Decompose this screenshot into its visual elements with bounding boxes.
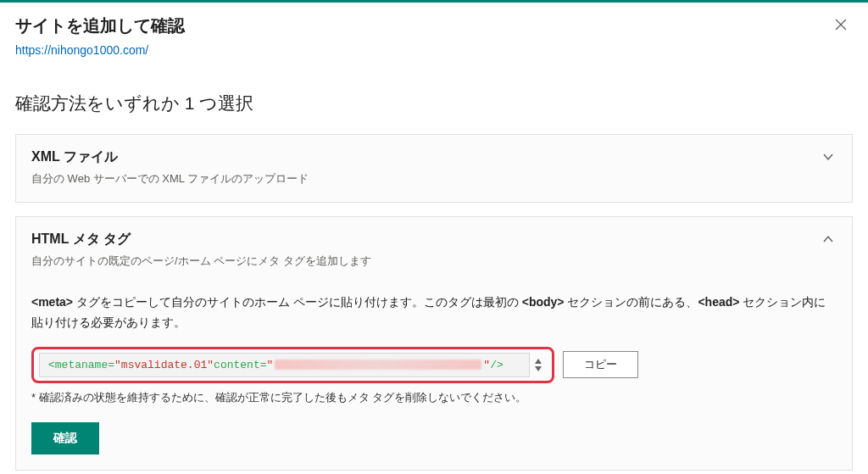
panel-xml-heading: XML ファイル 自分の Web サーバーでの XML ファイルのアップロード xyxy=(31,148,309,187)
panel-html-meta-tag: HTML メタ タグ 自分のサイトの既定のページ/ホーム ページにメタ タグを追… xyxy=(15,216,853,471)
panel-xml-subtitle: 自分の Web サーバーでの XML ファイルのアップロード xyxy=(31,171,309,187)
code-name-attr: name xyxy=(81,359,108,371)
code-content-quote-close: " xyxy=(483,359,490,371)
panel-meta-header[interactable]: HTML メタ タグ 自分のサイトの既定のページ/ホーム ページにメタ タグを追… xyxy=(31,231,837,269)
spinner-up-button[interactable] xyxy=(533,357,543,365)
code-content-quote-open: " xyxy=(267,359,274,371)
chevron-down-icon xyxy=(820,148,837,165)
panel-meta-body: <meta> タグをコピーして自分のサイトのホーム ページに貼り付けます。このタ… xyxy=(31,293,837,454)
dialog-content: 確認方法をいずれか 1 つ選択 XML ファイル 自分の Web サーバーでの … xyxy=(0,66,868,471)
panel-meta-title: HTML メタ タグ xyxy=(31,231,371,248)
desc-meta-tag: <meta> xyxy=(31,295,73,309)
dialog-title: サイトを追加して確認 xyxy=(15,14,829,37)
code-tag-close: /> xyxy=(490,359,504,371)
copy-button[interactable]: コピー xyxy=(563,351,638,378)
panel-xml-file: XML ファイル 自分の Web サーバーでの XML ファイルのアップロード xyxy=(15,134,853,203)
panel-xml-title: XML ファイル xyxy=(31,148,309,166)
code-name-val: "msvalidate.01" xyxy=(114,359,214,371)
desc-text-2: セクションの前にある、 xyxy=(565,295,698,309)
code-spinner xyxy=(533,357,543,372)
code-eq2: = xyxy=(260,359,267,371)
svg-marker-3 xyxy=(535,366,542,371)
site-url-link[interactable]: https://nihongo1000.com/ xyxy=(15,43,148,57)
meta-code-row: <meta name="msvalidate.01" content="" />… xyxy=(31,347,837,383)
code-content-attr: content xyxy=(214,359,260,371)
section-title: 確認方法をいずれか 1 つ選択 xyxy=(15,92,853,115)
panel-meta-subtitle: 自分のサイトの既定のページ/ホーム ページにメタ タグを追加します xyxy=(31,254,371,269)
close-button[interactable] xyxy=(829,14,853,38)
dialog-header: サイトを追加して確認 https://nihongo1000.com/ xyxy=(0,3,868,66)
confirm-button[interactable]: 確認 xyxy=(31,422,99,454)
meta-footnote: * 確認済みの状態を維持するために、確認が正常に完了した後もメタ タグを削除しな… xyxy=(31,390,837,405)
close-icon xyxy=(834,18,848,35)
panel-xml-header[interactable]: XML ファイル 自分の Web サーバーでの XML ファイルのアップロード xyxy=(31,148,837,187)
spinner-down-button[interactable] xyxy=(533,365,543,372)
panel-meta-heading: HTML メタ タグ 自分のサイトの既定のページ/ホーム ページにメタ タグを追… xyxy=(31,231,371,269)
desc-head-tag: <head> xyxy=(698,295,739,309)
meta-code-box[interactable]: <meta name="msvalidate.01" content="" /> xyxy=(39,353,530,377)
code-content-redacted xyxy=(275,360,481,370)
meta-code-highlight: <meta name="msvalidate.01" content="" /> xyxy=(31,347,554,383)
header-left: サイトを追加して確認 https://nihongo1000.com/ xyxy=(15,14,829,58)
chevron-up-icon xyxy=(820,231,837,248)
code-tag-open: <meta xyxy=(48,359,81,371)
desc-text-1: タグをコピーして自分のサイトのホーム ページに貼り付けます。このタグは最初の xyxy=(73,295,522,309)
desc-body-tag: <body> xyxy=(522,295,565,309)
panel-meta-description: <meta> タグをコピーして自分のサイトのホーム ページに貼り付けます。このタ… xyxy=(31,293,837,333)
code-eq1: = xyxy=(108,359,114,371)
svg-marker-2 xyxy=(535,359,542,364)
